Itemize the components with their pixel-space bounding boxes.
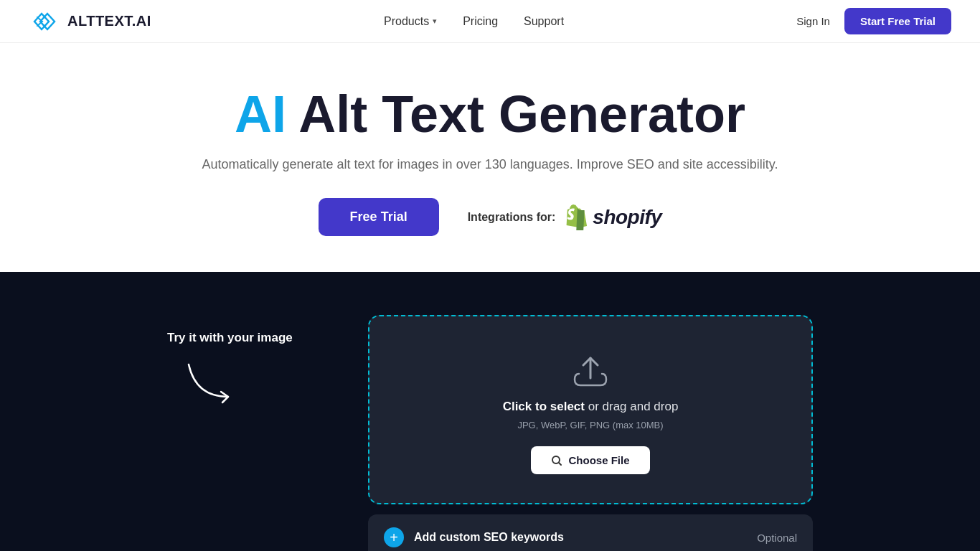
click-select-text: Click to select xyxy=(503,400,585,413)
hero-actions: Free Trial Integrations for: shopify xyxy=(29,198,951,236)
hero-title-ai: AI xyxy=(235,85,286,143)
nav-pricing[interactable]: Pricing xyxy=(463,15,498,28)
shopify-text: shopify xyxy=(593,206,661,229)
upload-cloud-icon xyxy=(572,352,609,387)
choose-file-label: Choose File xyxy=(568,454,629,466)
nav-support-label: Support xyxy=(524,15,564,28)
drag-drop-text: or drag and drop xyxy=(585,400,678,413)
try-label-area: Try it with your image xyxy=(167,315,368,410)
logo-text: ALTTEXT.AI xyxy=(67,13,151,29)
choose-file-button[interactable]: Choose File xyxy=(531,446,649,474)
upload-box-wrapper: Click to select or drag and drop JPG, We… xyxy=(368,315,813,551)
integrations-area: Integrations for: shopify xyxy=(468,204,662,230)
shopify-bag-icon xyxy=(562,204,588,230)
chevron-down-icon: ▾ xyxy=(433,17,437,26)
hero-title-rest: Alt Text Generator xyxy=(286,85,745,143)
arrow-icon xyxy=(182,357,239,408)
demo-inner: Try it with your image Click to select o… xyxy=(167,315,813,551)
nav-center: Products ▾ Pricing Support xyxy=(384,15,564,28)
seo-optional-label: Optional xyxy=(757,532,797,544)
shopify-logo: shopify xyxy=(562,204,661,230)
nav-pricing-label: Pricing xyxy=(463,15,498,28)
start-free-trial-button[interactable]: Start Free Trial xyxy=(844,8,951,34)
search-icon xyxy=(551,455,562,466)
logo[interactable]: ALTTEXT.AI xyxy=(29,9,151,34)
sign-in-button[interactable]: Sign In xyxy=(796,15,830,27)
seo-label: Add custom SEO keywords xyxy=(414,531,757,544)
try-label: Try it with your image xyxy=(167,329,368,347)
nav-products[interactable]: Products ▾ xyxy=(384,15,437,28)
upload-dropzone[interactable]: Click to select or drag and drop JPG, We… xyxy=(368,315,813,504)
demo-section: Try it with your image Click to select o… xyxy=(0,272,980,551)
integrations-label: Integrations for: xyxy=(468,211,556,224)
upload-secondary-text: JPG, WebP, GIF, PNG (max 10MB) xyxy=(517,420,663,430)
upload-primary-text: Click to select or drag and drop xyxy=(503,400,679,414)
free-trial-button[interactable]: Free Trial xyxy=(319,198,439,236)
hero-title: AI Alt Text Generator xyxy=(29,86,951,143)
hero-subtitle: Automatically generate alt text for imag… xyxy=(29,157,951,172)
nav-products-label: Products xyxy=(384,15,429,28)
seo-keywords-row[interactable]: + Add custom SEO keywords Optional xyxy=(368,514,813,551)
navbar: ALTTEXT.AI Products ▾ Pricing Support Si… xyxy=(0,0,980,43)
nav-right: Sign In Start Free Trial xyxy=(796,8,951,34)
nav-support[interactable]: Support xyxy=(524,15,564,28)
plus-icon: + xyxy=(384,527,404,547)
logo-icon xyxy=(29,9,60,34)
hero-section: AI Alt Text Generator Automatically gene… xyxy=(0,43,980,272)
